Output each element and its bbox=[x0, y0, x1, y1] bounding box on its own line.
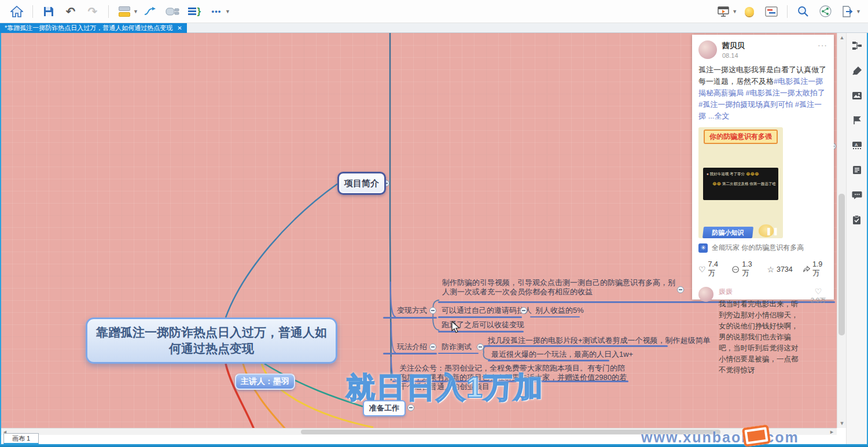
export-button[interactable] bbox=[838, 3, 856, 20]
video-comment-screenshot: ● 我好牛逼哦 考了零分 😂😂😂 😂😂 第二次都没及格 你第一题选了啥 bbox=[703, 168, 778, 200]
topic-style-button[interactable] bbox=[116, 3, 133, 20]
topic-invite-code[interactable]: 可以通过自己的邀请码拉人 bbox=[442, 306, 532, 315]
search-button[interactable] bbox=[795, 3, 812, 20]
comment-avatar bbox=[698, 287, 713, 302]
notes-icon[interactable] bbox=[851, 164, 863, 176]
topic-video-note[interactable]: 制作防骗的引导视频，引导观众点击测一测自己的防骗意识有多高，别人测一次或者充一次… bbox=[442, 278, 681, 297]
collapse-button[interactable] bbox=[520, 307, 527, 314]
window-border-left bbox=[0, 33, 1, 444]
speaker-node[interactable]: 主讲人：墨羽 bbox=[235, 374, 295, 390]
export-dropdown[interactable]: ▼ bbox=[856, 9, 861, 14]
boundary-icon bbox=[165, 6, 179, 17]
more-tools-dropdown[interactable]: ▼ bbox=[225, 9, 230, 14]
heart-icon: ♡ bbox=[698, 265, 706, 274]
style-brush-icon[interactable] bbox=[851, 65, 863, 76]
more-tools-button[interactable]: ••• bbox=[208, 3, 225, 20]
export-icon bbox=[841, 6, 854, 17]
video-caption-row: ✳ 全能玩家 你的防骗意识有多高 bbox=[698, 243, 827, 253]
note-window-button[interactable] bbox=[763, 3, 780, 20]
post-author-avatar bbox=[698, 40, 717, 59]
idea-button[interactable] bbox=[741, 3, 758, 20]
comment-icon bbox=[732, 265, 740, 274]
mindmap-canvas[interactable]: 制作防骗的引导视频，引导观众点击测一测自己的防骗意识有多高，别人测一次或者充一次… bbox=[0, 33, 837, 428]
comment-author-name: 媛媛 bbox=[719, 287, 804, 297]
branch-line bbox=[383, 317, 437, 319]
post-header: 茜贝贝 08.14 ··· bbox=[698, 40, 827, 59]
lightbulb-icon bbox=[745, 7, 754, 16]
mindmap-application: ↶ ↷ ▼ bbox=[0, 0, 868, 447]
topic-invite-benefit[interactable]: 别人收益的5% bbox=[535, 306, 584, 315]
outline-icon: } bbox=[188, 6, 201, 17]
favorite-stat: ☆ 3734 bbox=[767, 265, 792, 274]
boundary-button[interactable] bbox=[164, 3, 181, 20]
relationship-button[interactable] bbox=[142, 3, 159, 20]
app-badge-icon: ✳ bbox=[698, 243, 708, 253]
canvas-sheet-tab[interactable]: 画布 1 bbox=[3, 433, 39, 444]
vertical-scroll-thumb[interactable] bbox=[838, 194, 845, 335]
more-icon: ••• bbox=[212, 7, 222, 16]
video-ribbon-text: 防骗小知识 bbox=[703, 227, 753, 238]
weibo-post-panel[interactable]: 茜贝贝 08.14 ··· 孤注一掷这电影我算是白看了认真做了每一道题，居然不及… bbox=[692, 35, 834, 300]
video-banner-text: 你的防骗意识有多强 bbox=[704, 130, 778, 144]
canvas-sheet-label: 画布 1 bbox=[12, 434, 30, 443]
share-arrow-icon bbox=[803, 265, 810, 273]
project-intro-node[interactable]: 项目简介 bbox=[337, 172, 386, 195]
topic-movie-clip[interactable]: 找几段孤注一掷的电影片段+测试试卷剪成一个视频，制作超级简单 bbox=[488, 336, 711, 345]
branch-line bbox=[438, 316, 522, 318]
favorite-count: 3734 bbox=[777, 265, 793, 274]
redo-button[interactable]: ↷ bbox=[84, 3, 101, 20]
post-body: 孤注一掷这电影我算是白看了认真做了每一道题，居然不及格#电影孤注一掷揭秘高薪骗局… bbox=[698, 64, 827, 122]
save-button[interactable] bbox=[40, 3, 57, 20]
share-button[interactable] bbox=[816, 3, 834, 20]
post-author-name: 茜贝贝 bbox=[722, 40, 745, 51]
like-count: 7.4万 bbox=[708, 260, 723, 278]
post-comment: 媛媛 我当时看完电影出来，听到旁边那对小情侣聊天，女的说他们挣钱好快啊，男的说那… bbox=[698, 287, 827, 376]
label-icon[interactable]: A bbox=[851, 139, 863, 151]
video-caption: 全能玩家 你的防骗意识有多高 bbox=[712, 243, 804, 253]
comment-like: ♡ 2.9万 bbox=[809, 287, 827, 376]
toolbar-separator bbox=[787, 5, 788, 18]
branch-line bbox=[488, 360, 609, 361]
collapse-button[interactable] bbox=[429, 307, 436, 314]
post-menu-icon: ··· bbox=[818, 40, 827, 50]
branch-line bbox=[383, 353, 437, 354]
mouse-cursor bbox=[451, 321, 461, 334]
search-icon bbox=[797, 6, 809, 17]
comment-bubble-icon[interactable] bbox=[851, 189, 863, 201]
comment-heart-icon: ♡ bbox=[809, 287, 827, 296]
comment-stat: 1.3万 bbox=[732, 260, 757, 278]
watermark-logo bbox=[742, 424, 771, 447]
vertical-scrollbar[interactable]: ▲ ▼ bbox=[837, 33, 846, 428]
topic-gameplay[interactable]: 玩法介绍 bbox=[397, 342, 427, 352]
task-clipboard-icon[interactable] bbox=[851, 214, 863, 226]
collapse-button[interactable] bbox=[477, 343, 484, 350]
collapse-button[interactable] bbox=[429, 343, 436, 350]
scroll-down-icon[interactable]: ▼ bbox=[837, 420, 847, 426]
prep-work-node[interactable]: 准备工作 bbox=[363, 400, 406, 416]
topic-fraud-test[interactable]: 防诈测试 bbox=[442, 342, 472, 352]
outline-button[interactable]: } bbox=[186, 3, 203, 20]
undo-button[interactable]: ↶ bbox=[62, 3, 79, 20]
toolbar-separator bbox=[32, 5, 33, 18]
home-button[interactable] bbox=[8, 3, 25, 20]
comment-like-count: 2.9万 bbox=[809, 296, 827, 305]
topic-monetize[interactable]: 变现方式 bbox=[397, 306, 427, 315]
right-panel-sidebar: A bbox=[846, 33, 867, 444]
flag-icon[interactable] bbox=[851, 114, 863, 126]
scroll-up-icon[interactable]: ▲ bbox=[837, 35, 847, 40]
topic-style-icon bbox=[119, 6, 130, 17]
topic-hot-play[interactable]: 最近很火爆的一个玩法，最高的人日入1w+ bbox=[491, 350, 633, 359]
image-icon[interactable] bbox=[851, 90, 863, 101]
presentation-dropdown[interactable]: ▼ bbox=[732, 9, 737, 14]
note-window-icon bbox=[765, 6, 778, 17]
central-topic-node[interactable]: 靠蹭孤注一掷防诈热点日入过万，普通人如何通过热点变现 bbox=[86, 317, 337, 364]
presentation-button[interactable] bbox=[715, 3, 732, 20]
topic-style-dropdown[interactable]: ▼ bbox=[133, 9, 138, 14]
structure-icon[interactable] bbox=[851, 40, 863, 51]
close-tab-icon[interactable]: ✕ bbox=[177, 23, 182, 33]
save-icon bbox=[43, 6, 54, 17]
main-toolbar: ↶ ↷ ▼ bbox=[0, 0, 868, 23]
home-icon bbox=[10, 6, 23, 17]
collapse-button[interactable] bbox=[677, 286, 684, 293]
document-tab[interactable]: *靠蹭孤注一掷防诈热点日入过万，普通人如何通过热点变现 ✕ bbox=[0, 23, 187, 33]
